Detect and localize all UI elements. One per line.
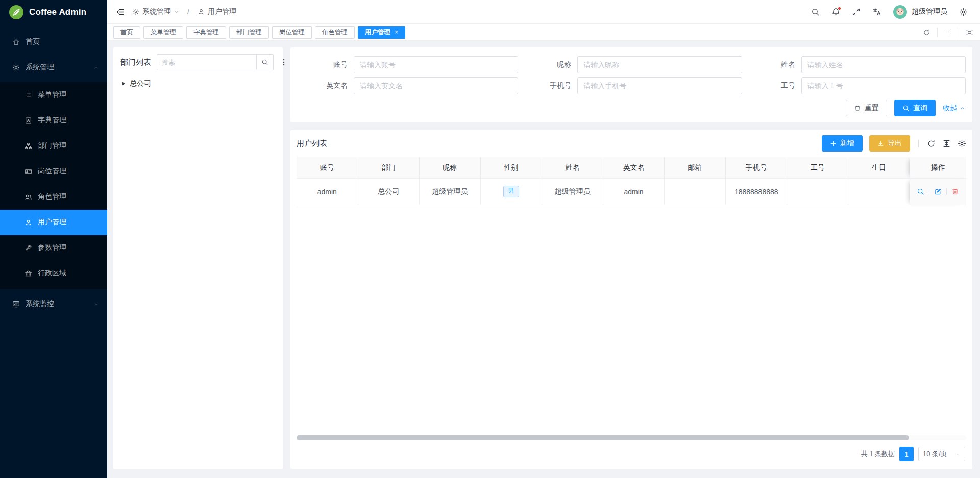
- app-title: Coffee Admin: [29, 7, 86, 17]
- content-fullscreen-icon[interactable]: [959, 28, 980, 37]
- settings-gear-icon[interactable]: [959, 8, 968, 16]
- sidebar-item-parameter-management[interactable]: 参数管理: [0, 235, 107, 261]
- form-field-name: 姓名: [744, 56, 966, 73]
- cell-gender: 男: [480, 179, 542, 205]
- scrollbar-thumb[interactable]: [297, 435, 909, 440]
- more-options-icon[interactable]: [279, 57, 288, 67]
- tab-department-management[interactable]: 部门管理: [229, 26, 269, 39]
- column-settings-gear-icon[interactable]: [958, 139, 966, 148]
- query-button[interactable]: 查询: [894, 100, 936, 116]
- sidebar-item-label: 首页: [26, 37, 99, 46]
- cell-actions: [910, 179, 966, 205]
- breadcrumb-item-system[interactable]: 系统管理: [132, 7, 179, 16]
- department-panel: 部门列表 总公司: [113, 47, 283, 469]
- cell-nickname: 超级管理员: [419, 179, 480, 205]
- breadcrumb-label: 用户管理: [208, 7, 236, 16]
- notification-bell-icon[interactable]: [831, 8, 840, 16]
- tree-node-company[interactable]: 总公司: [120, 79, 276, 88]
- edit-row-icon[interactable]: [934, 188, 942, 195]
- name-input[interactable]: [801, 56, 966, 73]
- col-gender: 性别: [480, 157, 542, 179]
- form-field-phone: 手机号: [520, 77, 742, 94]
- chevron-down-icon: [955, 451, 961, 457]
- tabs-bar: 首页 菜单管理 字典管理 部门管理 岗位管理 角色管理 用户管理 ×: [107, 24, 980, 41]
- sidebar-item-administrative-region[interactable]: 行政区域: [0, 261, 107, 286]
- sidebar-item-post-management[interactable]: 岗位管理: [0, 159, 107, 184]
- view-row-icon[interactable]: [917, 188, 924, 195]
- breadcrumb-item-user[interactable]: 用户管理: [198, 7, 236, 16]
- page-button-1[interactable]: 1: [899, 447, 914, 461]
- user-list-header: 用户列表 新增 导出: [297, 130, 966, 157]
- add-user-button[interactable]: 新增: [822, 135, 863, 152]
- wrench-icon: [24, 244, 32, 252]
- tab-user-management[interactable]: 用户管理 ×: [358, 26, 405, 39]
- menu-fold-icon[interactable]: [116, 8, 125, 16]
- phone-input[interactable]: [577, 77, 742, 94]
- export-button[interactable]: 导出: [869, 135, 910, 152]
- form-field-nickname: 昵称: [520, 56, 742, 73]
- refresh-tab-icon[interactable]: [916, 28, 937, 37]
- account-input[interactable]: [354, 56, 518, 73]
- table-header-row: 账号 部门 昵称 性别 姓名 英文名 邮箱 手机号 工号 生日 操作: [297, 157, 966, 179]
- tab-label: 菜单管理: [151, 28, 176, 37]
- toolbar-divider: [918, 140, 919, 147]
- english-name-input[interactable]: [354, 77, 518, 94]
- form-field-account: 账号: [297, 56, 518, 73]
- chevron-down-icon: [93, 301, 99, 307]
- collapse-form-link[interactable]: 收起: [943, 104, 965, 113]
- page-size-select[interactable]: 10 条/页: [918, 447, 965, 461]
- tab-role-management[interactable]: 角色管理: [315, 26, 355, 39]
- job-number-input[interactable]: [801, 77, 966, 94]
- sidebar-item-label: 系统监控: [26, 299, 88, 309]
- plus-icon: [830, 140, 837, 147]
- sidebar-item-label: 角色管理: [38, 192, 99, 202]
- tree-node-label: 总公司: [130, 79, 151, 88]
- department-search-input[interactable]: [157, 54, 256, 70]
- sidebar-item-system-monitor[interactable]: 系统监控: [0, 293, 107, 315]
- delete-row-icon[interactable]: [951, 188, 959, 195]
- dictionary-icon: [24, 117, 32, 124]
- tab-post-management[interactable]: 岗位管理: [272, 26, 312, 39]
- sidebar-item-dictionary-management[interactable]: 字典管理: [0, 108, 107, 133]
- search-icon[interactable]: [811, 8, 820, 16]
- home-icon: [12, 38, 20, 46]
- sidebar-item-home[interactable]: 首页: [0, 31, 107, 53]
- col-actions: 操作: [910, 157, 966, 179]
- translate-icon[interactable]: [872, 7, 881, 16]
- caret-right-icon[interactable]: [122, 82, 125, 86]
- field-label: 工号: [744, 81, 795, 90]
- bank-icon: [24, 270, 32, 278]
- cell-phone: 18888888888: [726, 179, 787, 205]
- tab-home[interactable]: 首页: [113, 26, 140, 39]
- fullscreen-icon[interactable]: [852, 8, 861, 16]
- refresh-table-icon[interactable]: [927, 139, 936, 148]
- sidebar-item-role-management[interactable]: 角色管理: [0, 184, 107, 210]
- sidebar-menu: 首页 系统管理 菜单管理 字典管理 部门管理 岗位管理: [0, 24, 107, 315]
- pagination-total: 共 1 条数据: [861, 449, 895, 459]
- org-chart-icon: [24, 142, 32, 150]
- page-size-value: 10 条/页: [923, 449, 947, 459]
- col-email: 邮箱: [665, 157, 726, 179]
- tab-controls: [916, 24, 980, 40]
- chevron-up-icon: [93, 65, 99, 70]
- tab-menu-management[interactable]: 菜单管理: [143, 26, 183, 39]
- nickname-input[interactable]: [577, 56, 742, 73]
- tab-label: 字典管理: [193, 28, 219, 37]
- tab-close-icon[interactable]: ×: [395, 29, 398, 36]
- cell-email: [665, 179, 726, 205]
- col-job-number: 工号: [787, 157, 848, 179]
- sidebar-item-system-management[interactable]: 系统管理: [0, 57, 107, 78]
- sidebar-item-menu-management[interactable]: 菜单管理: [0, 82, 107, 108]
- row-density-icon[interactable]: [942, 139, 951, 148]
- col-birthday: 生日: [848, 157, 910, 179]
- reset-button[interactable]: 重置: [846, 100, 887, 116]
- tab-dictionary-management[interactable]: 字典管理: [186, 26, 226, 39]
- department-search-button[interactable]: [256, 54, 274, 70]
- chevron-up-icon: [960, 106, 965, 111]
- tab-options-chevron-icon[interactable]: [937, 28, 959, 37]
- table-toolbar: 新增 导出: [822, 135, 966, 152]
- user-menu[interactable]: 超级管理员: [893, 5, 947, 19]
- chevron-down-icon: [174, 9, 179, 14]
- sidebar-item-department-management[interactable]: 部门管理: [0, 133, 107, 159]
- sidebar-item-user-management[interactable]: 用户管理: [0, 210, 107, 235]
